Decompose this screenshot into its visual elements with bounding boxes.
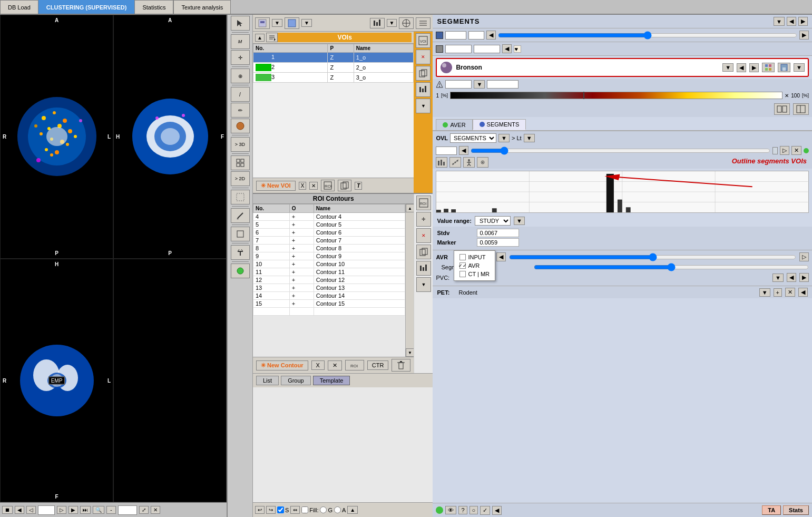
voi-rsb-bar[interactable] xyxy=(416,82,431,97)
hist-btn-person[interactable] xyxy=(463,157,475,168)
roi-row[interactable]: 12+Contour 12 xyxy=(253,276,405,284)
voi-collapse-btn[interactable]: ▲ xyxy=(255,34,265,42)
segm-slider[interactable] xyxy=(534,263,809,271)
image-cell-1[interactable]: A R L P xyxy=(0,15,113,259)
roi-del-btn[interactable] xyxy=(392,359,410,372)
ovl-value-input[interactable]: 1.0 xyxy=(436,147,457,155)
ovl-x-btn[interactable]: ✕ xyxy=(791,146,801,155)
bottom-eyes-btn[interactable]: 👁 xyxy=(445,506,456,514)
roi-row[interactable]: 14+Contour 14 xyxy=(253,292,405,300)
close-img-btn[interactable]: ✕ xyxy=(151,506,160,514)
bronson-more[interactable]: ▼ xyxy=(794,63,805,72)
next-frame-btn[interactable]: ▶ xyxy=(69,506,78,514)
pet-add[interactable]: + xyxy=(774,288,782,297)
g-radio[interactable] xyxy=(320,506,327,513)
stats-button[interactable]: Stats xyxy=(783,505,809,515)
fill-checkbox[interactable] xyxy=(301,506,308,513)
tool-brush[interactable]: ✏ xyxy=(231,103,250,118)
voi-rsb-x[interactable]: ✕ xyxy=(416,50,431,64)
segments-tab[interactable]: SEGMENTS xyxy=(473,119,526,130)
mid-bot-move[interactable]: ⇔ xyxy=(290,506,300,514)
next-btn[interactable]: ▷ xyxy=(57,506,66,514)
roi-ctr-btn[interactable]: CTR xyxy=(367,360,389,370)
bronson-prev[interactable]: ◀ xyxy=(737,63,746,72)
voi-sort-btn[interactable] xyxy=(266,33,278,42)
voi-rsb-down[interactable]: ▼ xyxy=(416,99,431,113)
hist-btn-gear[interactable] xyxy=(477,157,488,168)
ovl-dropdown-btn[interactable]: ▼ xyxy=(498,134,510,142)
tab-clustering[interactable]: CLUSTERING (SUPERVISED) xyxy=(38,0,135,14)
fullscreen-btn[interactable]: ⤢ xyxy=(139,506,149,514)
seg-win-min[interactable]: 0.03 xyxy=(445,80,472,89)
voi-rsb-copy[interactable] xyxy=(416,66,431,81)
colorbar-slider[interactable] xyxy=(583,92,584,99)
vr-dropdown[interactable]: ▼ xyxy=(514,217,525,225)
bronson-btns-extra[interactable] xyxy=(762,63,775,72)
roi-cross-btn[interactable]: ✕ xyxy=(328,360,342,370)
pvc-next[interactable]: ▶ xyxy=(799,273,809,282)
hist-btn-bar[interactable] xyxy=(436,157,447,168)
mid-bot-expand[interactable]: ▲ xyxy=(347,506,358,514)
roi-row[interactable]: 11+Contour 11 xyxy=(253,268,405,276)
tool-antenna[interactable] xyxy=(231,245,250,260)
ovl-slider-left[interactable]: ◀ xyxy=(459,146,468,155)
avr-slider[interactable] xyxy=(509,253,796,261)
roi-rsb-x[interactable]: ✕ xyxy=(416,228,431,243)
avr-right-arrow[interactable]: ▷ xyxy=(799,252,809,261)
roi-scroll-up[interactable]: ▲ xyxy=(406,204,414,212)
roi-row[interactable]: 13+Contour 13 xyxy=(253,284,405,292)
input-checkbox[interactable] xyxy=(459,254,466,260)
seg-layer-input[interactable]: 23 xyxy=(445,31,466,40)
lgt-group-tab[interactable]: Group xyxy=(281,376,311,385)
prev-frame-btn[interactable]: ◀ xyxy=(15,506,24,514)
roi-row[interactable]: 6+Contour 6 xyxy=(253,229,405,237)
lgt-list-tab[interactable]: List xyxy=(256,376,279,385)
ctmr-checkbox[interactable] xyxy=(459,271,466,277)
voi-copy-btn[interactable] xyxy=(338,180,351,191)
ovl-slider-right[interactable]: ▷ xyxy=(780,146,789,155)
tool-circle[interactable] xyxy=(231,119,250,133)
mid-toolbar-net[interactable] xyxy=(399,17,414,29)
bronson-dropdown[interactable]: ▼ xyxy=(722,63,733,72)
avr-checkbox[interactable]: ✓ xyxy=(459,262,466,269)
roi-row[interactable]: 10+Contour 10 xyxy=(253,260,405,268)
seg-layer-input2[interactable]: 1 xyxy=(468,31,484,40)
roi-rsb-roi[interactable]: ROI xyxy=(416,196,431,210)
new-voi-btn[interactable]: ✳ New VOI xyxy=(256,181,296,191)
roi-table-wrap[interactable]: No. O Name 4+Contour 45+Contour 56+Conto… xyxy=(253,204,405,357)
tool-dashed-box[interactable] xyxy=(231,190,250,204)
roi-rsb-copy2[interactable] xyxy=(416,245,431,259)
avr-slider-arrow[interactable]: ◀ xyxy=(496,252,506,261)
seg-gray-input1[interactable] xyxy=(445,45,472,53)
tab-db-load[interactable]: DB Load xyxy=(0,0,38,14)
pet-dropdown[interactable]: ▼ xyxy=(759,288,770,297)
mid-bot-undo[interactable]: ↩ xyxy=(255,506,265,514)
voi-delete-btn[interactable]: ✕ xyxy=(309,182,318,190)
hist-btn-scatter[interactable] xyxy=(449,157,461,168)
voi-roi-btn[interactable]: ROI xyxy=(321,180,335,191)
tab-texture[interactable]: Texture analysis xyxy=(173,0,231,14)
play-btn[interactable]: ⏹ xyxy=(2,506,13,514)
voi-row-2[interactable]: 2 Z 2_o xyxy=(253,63,414,73)
bronson-next[interactable]: ▶ xyxy=(749,63,759,72)
mid-toolbar-save[interactable] xyxy=(285,17,299,29)
mid-bot-redo[interactable]: ↪ xyxy=(266,506,276,514)
tool-line[interactable]: / xyxy=(231,87,250,102)
tool-cursor[interactable] xyxy=(231,16,250,31)
roi-rsb-down2[interactable]: ▼ xyxy=(416,277,431,292)
roi-scroll-down[interactable]: ▼ xyxy=(406,348,414,357)
pet-x[interactable]: ✕ xyxy=(785,288,795,297)
tool-grid[interactable] xyxy=(231,155,250,170)
pvc-prev[interactable]: ◀ xyxy=(787,273,796,282)
seg-ctrl-arrow2[interactable]: ▶ xyxy=(799,31,809,40)
tool-rotate[interactable]: ⊕ xyxy=(231,69,250,83)
bronson-save[interactable] xyxy=(778,63,790,72)
seg-next-btn[interactable]: ▶ xyxy=(798,17,808,26)
ta-button[interactable]: TA xyxy=(762,505,781,515)
s-checkbox[interactable] xyxy=(277,506,284,513)
roi-row[interactable]: 5+Contour 5 xyxy=(253,221,405,229)
ovl-segments-select[interactable]: SEGMENTS xyxy=(450,133,496,143)
mid-toolbar-bar2[interactable]: ▼ xyxy=(387,19,397,27)
bottom-left-btn[interactable]: ◀ xyxy=(492,506,502,515)
ovl-slider[interactable] xyxy=(471,147,770,155)
